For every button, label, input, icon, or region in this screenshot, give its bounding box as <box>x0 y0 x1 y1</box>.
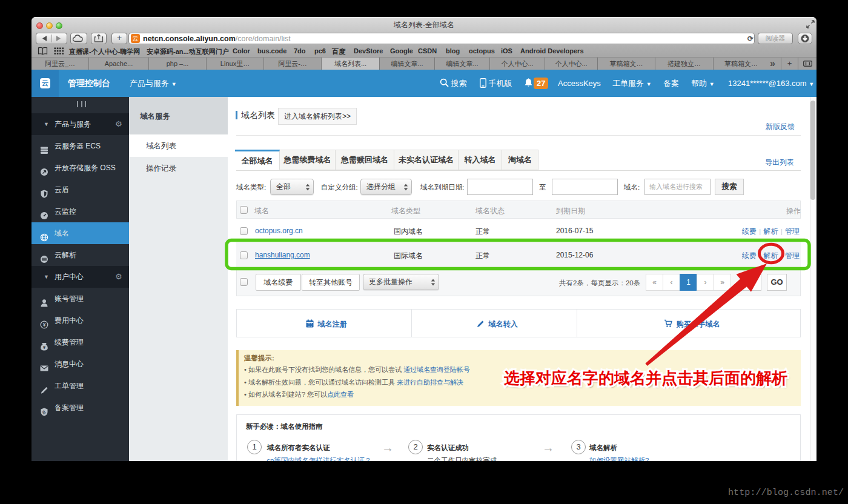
svg-text:备: 备 <box>42 410 47 415</box>
svg-text:¥: ¥ <box>43 322 46 328</box>
